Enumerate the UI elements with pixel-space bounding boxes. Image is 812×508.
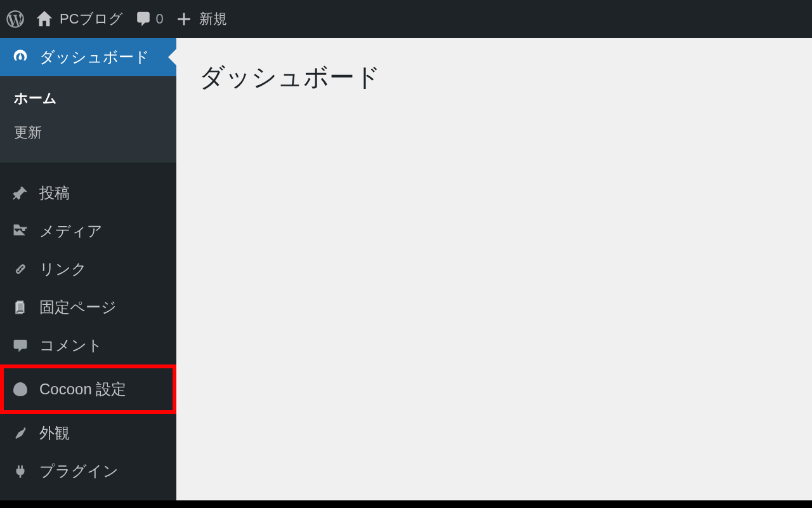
menu-dashboard-label: ダッシュボード [39, 47, 150, 67]
home-icon [36, 10, 53, 28]
menu-cocoon-label: Cocoon 設定 [39, 379, 126, 399]
menu-plugins-label: プラグイン [39, 461, 119, 481]
admin-sidebar: ダッシュボード ホーム 更新 投稿 メディア リンク [0, 38, 176, 508]
submenu-updates[interactable]: 更新 [0, 116, 176, 150]
pin-icon [11, 184, 29, 202]
menu-media-label: メディア [39, 221, 103, 241]
menu-links-label: リンク [39, 259, 87, 279]
comments-icon [11, 337, 29, 354]
menu-links[interactable]: リンク [0, 250, 176, 288]
content-area: ダッシュボード [176, 38, 812, 508]
dashboard-icon [11, 48, 29, 66]
admin-menu: ダッシュボード ホーム 更新 投稿 メディア リンク [0, 38, 176, 490]
appearance-icon [11, 424, 29, 442]
page-title: ダッシュボード [199, 60, 789, 95]
site-name-link[interactable]: PCブログ [36, 10, 123, 29]
menu-plugins[interactable]: プラグイン [0, 452, 176, 490]
comment-icon [134, 10, 152, 28]
site-name-label: PCブログ [60, 10, 123, 29]
cocoon-icon [11, 380, 29, 398]
comments-count: 0 [156, 11, 164, 27]
new-content[interactable]: 新規 [175, 10, 227, 29]
submenu-home[interactable]: ホーム [0, 81, 176, 116]
menu-appearance-label: 外観 [39, 423, 70, 443]
menu-comments[interactable]: コメント [0, 326, 176, 364]
wp-logo[interactable] [6, 10, 24, 28]
admin-bar: PCブログ 0 新規 [0, 0, 812, 38]
plus-icon [175, 10, 193, 28]
menu-posts-label: 投稿 [39, 183, 70, 203]
media-icon [11, 222, 29, 240]
comments-link[interactable]: 0 [134, 10, 164, 28]
new-label: 新規 [199, 10, 227, 29]
wordpress-icon [6, 10, 24, 28]
menu-appearance[interactable]: 外観 [0, 414, 176, 452]
menu-media[interactable]: メディア [0, 212, 176, 250]
footer-strip [0, 500, 812, 508]
menu-comments-label: コメント [39, 335, 103, 356]
menu-posts[interactable]: 投稿 [0, 174, 176, 212]
plugin-icon [11, 462, 29, 480]
link-icon [11, 260, 29, 278]
menu-pages-label: 固定ページ [39, 297, 117, 318]
menu-pages[interactable]: 固定ページ [0, 288, 176, 326]
menu-separator [0, 163, 176, 174]
pages-icon [11, 298, 29, 316]
submenu-dashboard: ホーム 更新 [0, 76, 176, 163]
menu-cocoon[interactable]: Cocoon 設定 [0, 364, 176, 414]
menu-dashboard[interactable]: ダッシュボード [0, 38, 176, 76]
